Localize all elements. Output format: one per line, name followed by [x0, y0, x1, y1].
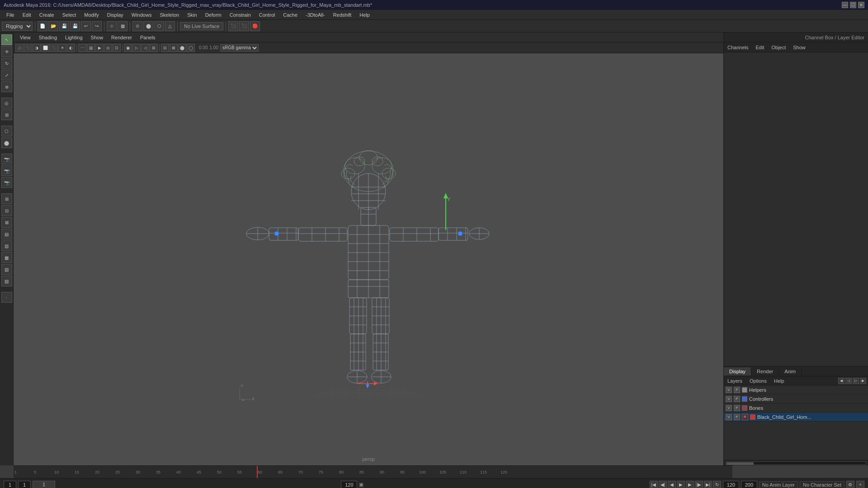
vp-menu-shading[interactable]: Shading: [35, 34, 61, 41]
viewport[interactable]: View Shading Lighting Show Renderer Pane…: [14, 33, 723, 465]
vp-isolate-btn[interactable]: ◎: [104, 44, 112, 52]
tab-show[interactable]: Show: [791, 44, 807, 51]
menu-redshift[interactable]: Redshift: [330, 11, 355, 19]
tab-layers[interactable]: Layers: [726, 378, 744, 384]
cluster-btn[interactable]: ⊞: [1, 193, 12, 204]
char-set-settings-btn[interactable]: ⚙: [846, 481, 854, 488]
camera3-btn[interactable]: 📷: [1, 177, 12, 188]
vp-shadow-btn[interactable]: ◐: [67, 44, 75, 52]
misc-btn[interactable]: ·: [1, 292, 12, 303]
layer-v-btn-controllers[interactable]: V: [726, 396, 732, 402]
menu-edit[interactable]: Edit: [19, 11, 35, 19]
select-tool-btn[interactable]: ↖: [1, 34, 12, 45]
layer-controllers[interactable]: V P Controllers: [724, 394, 868, 404]
menu-windows[interactable]: Windows: [128, 11, 156, 19]
layers-scrollbar[interactable]: [724, 460, 868, 465]
vp-menu-view[interactable]: View: [16, 34, 34, 41]
menu-constrain[interactable]: Constrain: [226, 11, 255, 19]
render3-btn[interactable]: 🔴: [250, 21, 260, 31]
gamma-select[interactable]: sRGB gamma: [220, 44, 259, 52]
layer-v-btn-bones[interactable]: V: [726, 405, 732, 411]
layer-p-btn-controllers[interactable]: P: [734, 396, 740, 402]
menu-modify[interactable]: Modify: [80, 11, 102, 19]
select-btn[interactable]: ⊹: [107, 21, 117, 31]
tab-help[interactable]: Help: [772, 378, 786, 384]
layer-p-btn-helpers[interactable]: P: [734, 387, 740, 393]
layers-nav-right2[interactable]: ▷: [853, 378, 859, 384]
menu-file[interactable]: File: [3, 11, 18, 19]
vp-sel-btn[interactable]: ▷: [132, 44, 141, 52]
deform6-btn[interactable]: ▧: [1, 264, 12, 275]
snap2-btn[interactable]: △: [165, 21, 175, 31]
camera2-btn[interactable]: 📷: [1, 165, 12, 176]
vp-hud-btn[interactable]: ▤: [87, 44, 95, 52]
camera-btn[interactable]: 📷: [1, 154, 12, 164]
vp-film-btn[interactable]: ⬛: [24, 44, 32, 52]
vp-menu-panels[interactable]: Panels: [137, 34, 159, 41]
current-frame-input[interactable]: [18, 481, 31, 488]
pb-next-btn[interactable]: ▶: [686, 481, 694, 488]
render2-btn[interactable]: ⬛: [239, 21, 249, 31]
menu-help[interactable]: Help: [356, 11, 373, 19]
pb-loop-btn[interactable]: ↻: [713, 481, 721, 488]
save-btn[interactable]: 💾: [59, 21, 69, 31]
vp-shading-btn[interactable]: ◑: [33, 44, 41, 52]
no-anim-layer-btn[interactable]: No Anim Layer: [759, 481, 798, 488]
tab-render[interactable]: Render: [751, 367, 779, 375]
menu-display[interactable]: Display: [104, 11, 127, 19]
vp-clr-btn[interactable]: ▣: [124, 44, 132, 52]
new-btn[interactable]: 📄: [38, 21, 47, 31]
vp-light-btn[interactable]: ☀: [58, 44, 66, 52]
deform3-btn[interactable]: ▤: [1, 229, 12, 239]
scroll-thumb[interactable]: [726, 462, 754, 465]
frame-checkbox-area[interactable]: 1: [33, 481, 55, 488]
tab-edit[interactable]: Edit: [754, 44, 766, 51]
rotate-tool-btn[interactable]: ↻: [1, 58, 12, 69]
menu-deform[interactable]: Deform: [202, 11, 225, 19]
vp-icon1[interactable]: ⊟: [161, 44, 169, 52]
layer-p-btn-bones[interactable]: P: [734, 405, 740, 411]
vp-menu-lighting[interactable]: Lighting: [61, 34, 86, 41]
vp-playback-btn[interactable]: ▶: [95, 44, 104, 52]
char-set-add-btn[interactable]: +: [856, 481, 864, 488]
pb-next-key-btn[interactable]: |▶: [695, 481, 703, 488]
scale-tool-btn[interactable]: ⤢: [1, 70, 12, 80]
layer-r-btn-mesh[interactable]: R: [742, 414, 748, 420]
start-frame-input[interactable]: [4, 481, 16, 488]
paint-sel-btn[interactable]: ⬤: [1, 137, 12, 148]
menu-3dtall[interactable]: -3DtoAll-: [302, 11, 329, 19]
layers-nav-right[interactable]: ▶: [860, 378, 866, 384]
layer-bones[interactable]: V P Bones: [724, 404, 868, 413]
select-type-btn[interactable]: ▦: [118, 21, 127, 31]
vp-wire-btn[interactable]: ⬜: [41, 44, 49, 52]
lasso-tool-btn[interactable]: ⬡: [1, 126, 12, 136]
move-tool-btn[interactable]: ✛: [1, 46, 12, 57]
minimize-btn[interactable]: —: [842, 2, 848, 8]
layer-v-btn-helpers[interactable]: V: [726, 387, 732, 393]
vp-camera-btn[interactable]: 🎥: [15, 44, 24, 52]
viewport-content[interactable]: Y Y: [14, 53, 723, 465]
save-as-btn[interactable]: 💾: [70, 21, 80, 31]
tab-object[interactable]: Object: [769, 44, 788, 51]
open-btn[interactable]: 📂: [48, 21, 58, 31]
vp-icon4[interactable]: ◯: [187, 44, 195, 52]
no-live-surface-btn[interactable]: No Live Surface: [180, 22, 223, 30]
vp-menu-show[interactable]: Show: [87, 34, 107, 41]
menu-create[interactable]: Create: [36, 11, 58, 19]
deform7-btn[interactable]: ▨: [1, 276, 12, 286]
paint-btn[interactable]: ⬤: [143, 21, 153, 31]
snap-btn[interactable]: ⬡: [154, 21, 164, 31]
layer-mesh[interactable]: V P R Black_Child_Girl_Hom...: [724, 413, 868, 422]
vp-xray-btn[interactable]: ⊡: [113, 44, 121, 52]
timeline[interactable]: 1 5 10 15 20 25 30 35 40 45 50 55 60 65 …: [14, 465, 732, 478]
tab-display[interactable]: Display: [724, 367, 751, 375]
vp-grid-btn[interactable]: ⋯: [78, 44, 86, 52]
layers-nav-left2[interactable]: ◁: [845, 378, 852, 384]
deform5-btn[interactable]: ▦: [1, 252, 12, 263]
mode-dropdown[interactable]: Rigging: [2, 22, 33, 31]
tab-options[interactable]: Options: [748, 378, 769, 384]
render-btn[interactable]: ⬛: [228, 21, 238, 31]
layer-helpers[interactable]: V P Helpers: [724, 385, 868, 394]
tab-channels[interactable]: Channels: [726, 44, 750, 51]
undo-btn[interactable]: ↩: [81, 21, 91, 31]
